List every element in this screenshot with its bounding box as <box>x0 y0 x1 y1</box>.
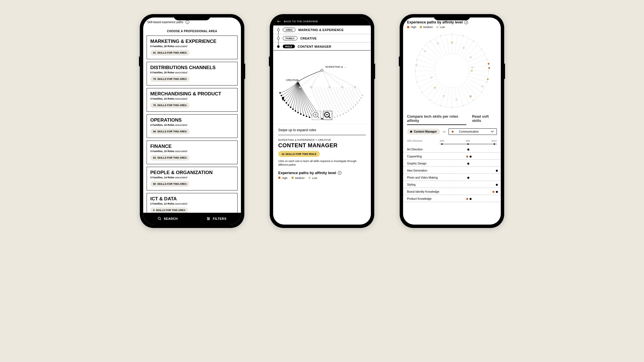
svg-point-38 <box>337 116 338 117</box>
svg-point-48 <box>360 97 362 98</box>
area-card[interactable]: MERCHANDISING & PRODUCT 3 Families, 15 R… <box>147 88 238 112</box>
area-meta: 3 Families, 10 Roles associated <box>150 150 234 153</box>
svg-point-128 <box>463 36 464 36</box>
skill-row: Idea Generation <box>403 167 501 174</box>
area-title: OPERATIONS <box>150 117 234 123</box>
svg-point-124 <box>437 43 439 44</box>
crumb-area[interactable]: AREA MARKETING & EXPERIENCE <box>273 25 371 34</box>
skill-bar <box>440 183 497 186</box>
area-card[interactable]: FINANCE 3 Families, 10 Roles associated … <box>147 141 238 164</box>
area-card[interactable]: DISTRIBUTIONS CHANNELS 5 Families, 20 Ro… <box>147 62 238 85</box>
zoom-in-button[interactable] <box>312 111 321 120</box>
area-list[interactable]: MARKETING & EXPERIENCE 6 Families, 28 Ro… <box>143 36 241 214</box>
skill-row: Product Knowledge <box>403 195 501 202</box>
viz-child-label: CREATIVE <box>286 79 298 82</box>
crumb-role-value: CONTENT MANAGER <box>298 45 331 48</box>
search-button[interactable]: SEARCH <box>143 213 192 225</box>
tab-compare[interactable]: Compare tech skills per roles affinity <box>407 114 466 125</box>
svg-point-121 <box>424 51 426 52</box>
sheet-breadcrumb: MARKETING & EXPERIENCE > CREATIVE <box>278 139 366 141</box>
crumb-family[interactable]: FAMILY CREATIVE <box>273 34 371 42</box>
affinity-legend: High Medium Low <box>407 25 497 28</box>
vs-label: vs <box>443 130 446 133</box>
radial-visualization[interactable] <box>403 28 501 113</box>
svg-line-82 <box>416 65 435 68</box>
area-card[interactable]: OPERATIONS 4 Families, 15 Roles associat… <box>147 114 238 138</box>
svg-point-44 <box>353 107 354 108</box>
svg-line-66 <box>464 83 478 96</box>
svg-point-16 <box>279 92 281 94</box>
svg-line-76 <box>426 83 440 96</box>
svg-point-118 <box>415 70 415 71</box>
skill-chip: 75 SKILLS FOR THIS AREA <box>150 102 190 108</box>
area-meta: 5 Families, 20 Roles associated <box>150 71 234 74</box>
skill-bar <box>440 162 497 165</box>
svg-point-137 <box>487 78 489 80</box>
svg-point-105 <box>481 92 482 93</box>
svg-line-97 <box>466 49 482 61</box>
skill-chip: 80 SKILLS FOR THIS AREA <box>150 181 190 187</box>
info-icon[interactable]: i <box>464 21 468 24</box>
skill-list: Art DirectionCopywritingGraphic DesignId… <box>403 146 501 202</box>
skill-chip: 66 SKILLS FOR THIS AREA <box>150 129 190 134</box>
svg-point-134 <box>472 67 473 68</box>
zoom-out-button[interactable] <box>323 111 332 120</box>
svg-point-49 <box>362 95 363 96</box>
current-role-chip: Content Manager <box>407 129 440 135</box>
area-title: ICT & DATA <box>150 196 234 202</box>
choose-heading: CHOOSE A PROFESSIONAL AREA <box>143 30 241 33</box>
crumb-family-pill: FAMILY <box>283 36 297 40</box>
area-title: MARKETING & EXPERIENCE <box>150 39 234 44</box>
compare-select[interactable]: Communication <box>449 128 497 135</box>
skills-chip: 41 SKILLS FOR THIS ROLE <box>278 151 320 157</box>
tabs: Compare tech skills per roles affinity R… <box>403 114 501 125</box>
svg-point-47 <box>359 100 360 101</box>
search-label: SEARCH <box>164 217 178 220</box>
svg-point-13 <box>341 86 343 88</box>
skill-name: Photo and Video Making <box>407 176 440 179</box>
svg-point-115 <box>422 92 423 93</box>
filters-button[interactable]: FILTERS <box>192 213 241 225</box>
svg-point-129 <box>463 47 464 49</box>
info-icon[interactable]: i <box>338 171 341 175</box>
area-card[interactable]: PEOPLE & ORGANIZATION 3 Families, 14 Rol… <box>147 167 238 190</box>
svg-line-92 <box>454 35 458 54</box>
tree-visualization[interactable]: MARKETING & … CREATIVE <box>273 51 371 124</box>
area-card[interactable]: ICT & DATA 2 Families, 12 Roles associat… <box>147 193 238 214</box>
svg-point-120 <box>417 59 417 60</box>
back-label: BACK TO THE OVERVIEW <box>284 20 318 23</box>
svg-point-135 <box>488 63 489 65</box>
svg-point-42 <box>348 110 349 111</box>
svg-line-69 <box>457 87 464 106</box>
svg-line-80 <box>416 73 435 76</box>
svg-point-119 <box>416 65 417 66</box>
chevron-down-icon <box>491 131 494 133</box>
tab-soft-skills[interactable]: Read soft skills <box>472 114 497 125</box>
svg-point-117 <box>417 82 417 83</box>
info-icon[interactable]: i <box>186 20 189 24</box>
area-meta: 6 Families, 28 Roles associated <box>150 45 234 48</box>
svg-point-22 <box>290 106 291 108</box>
svg-point-45 <box>355 104 356 106</box>
role-sheet[interactable]: Swipe up to expand roles MARKETING & EXP… <box>273 124 371 223</box>
svg-point-50 <box>282 97 284 99</box>
skill-row: Copywriting <box>403 153 501 160</box>
svg-point-106 <box>470 96 471 97</box>
phone-mockup-2: BACK TO THE OVERVIEW AREA MARKETING & EX… <box>270 14 374 228</box>
phone-mockup-3: Experience paths by affinity level i Hig… <box>400 14 504 228</box>
bottom-bar: SEARCH FILTERS <box>143 213 241 225</box>
area-card[interactable]: MARKETING & EXPERIENCE 6 Families, 28 Ro… <box>147 36 238 59</box>
skill-bar <box>440 190 497 193</box>
svg-point-107 <box>473 100 474 101</box>
svg-point-29 <box>309 117 310 118</box>
area-meta: 3 Families, 15 Roles associated <box>150 97 234 100</box>
svg-point-108 <box>463 105 464 106</box>
svg-point-37 <box>334 117 335 118</box>
svg-point-26 <box>300 113 301 115</box>
skill-bar <box>440 198 497 200</box>
svg-point-114 <box>434 87 436 89</box>
svg-line-95 <box>462 41 473 57</box>
crumb-area-pill: AREA <box>283 28 295 32</box>
crumb-role[interactable]: ROLE CONTENT MANAGER <box>273 42 371 50</box>
svg-line-67 <box>462 85 473 101</box>
